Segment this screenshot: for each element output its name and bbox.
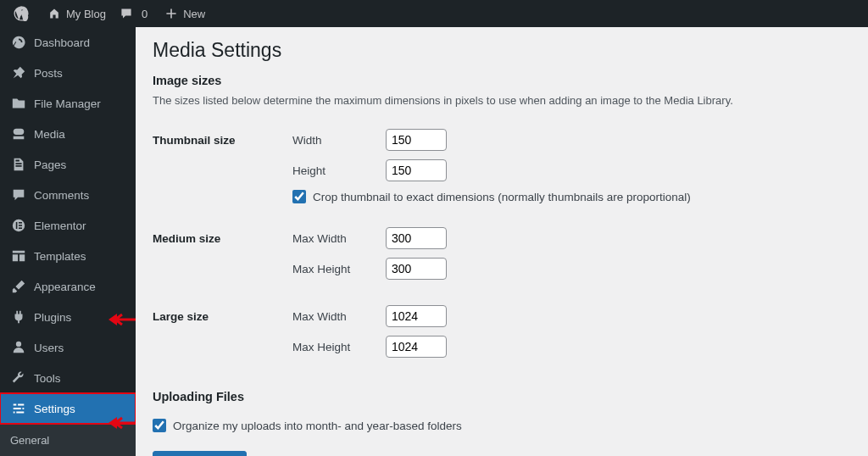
svg-rect-2	[19, 222, 22, 224]
svg-rect-1	[16, 222, 18, 229]
plug-icon	[10, 309, 27, 325]
page-icon	[10, 156, 27, 173]
site-name-menu[interactable]: My Blog	[41, 0, 113, 27]
thumbnail-width-input[interactable]	[386, 129, 447, 151]
sidebar-item-label: Comments	[34, 189, 89, 202]
sidebar-item-templates[interactable]: Templates	[0, 241, 136, 271]
comment-count: 0	[138, 8, 151, 20]
chat-icon	[10, 186, 27, 203]
organize-uploads-checkbox[interactable]	[153, 419, 166, 432]
row-large: Large size Max Width Max Height	[153, 297, 851, 375]
row-label: Thumbnail size	[153, 129, 292, 147]
row-label: Large size	[153, 305, 292, 323]
user-icon	[10, 339, 27, 356]
plus-icon	[164, 7, 178, 20]
row-medium: Medium size Max Width Max Height	[153, 219, 851, 297]
large-height-label: Max Height	[292, 341, 386, 353]
main-content: Media Settings Image sizes The sizes lis…	[136, 27, 868, 456]
elementor-icon	[10, 217, 27, 234]
sidebar-item-label: Media	[34, 128, 65, 141]
settings-submenu: General Writing Reading Discussion Media…	[0, 424, 136, 456]
section-image-sizes-desc: The sizes listed below determine the max…	[153, 94, 851, 107]
save-changes-button[interactable]: Save Changes	[153, 451, 247, 456]
thumbnail-height-input[interactable]	[386, 159, 447, 181]
row-thumbnail: Thumbnail size Width Height Crop thumbna…	[153, 120, 851, 219]
medium-width-label: Max Width	[292, 232, 386, 245]
section-uploading-heading: Uploading Files	[153, 390, 851, 403]
sidebar-item-posts[interactable]: Posts	[0, 58, 136, 88]
brush-icon	[10, 278, 27, 295]
admin-sidebar: Dashboard Posts File Manager Media Pages…	[0, 27, 136, 456]
svg-rect-3	[19, 225, 22, 226]
organize-uploads-label: Organize my uploads into month- and year…	[173, 420, 462, 432]
sidebar-item-tools[interactable]: Tools	[0, 363, 136, 393]
thumbnail-crop-label: Crop thumbnail to exact dimensions (norm…	[313, 191, 691, 203]
submenu-item-writing[interactable]: Writing	[0, 452, 136, 456]
sidebar-item-label: Appearance	[34, 281, 96, 293]
folder-icon	[10, 95, 27, 112]
new-label: New	[183, 8, 205, 20]
sidebar-item-pages[interactable]: Pages	[0, 149, 136, 180]
large-height-input[interactable]	[386, 336, 447, 358]
sidebar-item-label: Pages	[34, 158, 66, 171]
thumbnail-width-label: Width	[292, 134, 386, 147]
sidebar-item-label: Users	[34, 342, 64, 354]
row-label: Medium size	[153, 227, 292, 245]
sidebar-item-media[interactable]: Media	[0, 119, 136, 149]
sidebar-item-label: File Manager	[34, 97, 101, 110]
sidebar-item-label: Posts	[34, 67, 63, 80]
admin-bar: My Blog 0 New	[0, 0, 868, 27]
new-content-menu[interactable]: New	[158, 0, 212, 27]
media-icon	[10, 125, 27, 142]
comment-icon	[120, 7, 133, 20]
sidebar-item-label: Templates	[34, 250, 86, 263]
sliders-icon	[10, 400, 27, 417]
thumbnail-height-label: Height	[292, 164, 386, 177]
dashboard-icon	[10, 34, 27, 51]
sidebar-item-dashboard[interactable]: Dashboard	[0, 27, 136, 58]
sidebar-item-label: Dashboard	[34, 36, 90, 49]
site-title: My Blog	[66, 8, 106, 20]
sidebar-item-file-manager[interactable]: File Manager	[0, 88, 136, 119]
comments-menu[interactable]: 0	[113, 0, 158, 27]
templates-icon	[10, 247, 27, 264]
sidebar-item-appearance[interactable]: Appearance	[0, 271, 136, 302]
sidebar-item-settings[interactable]: Settings	[0, 393, 136, 424]
sidebar-item-label: Elementor	[34, 220, 86, 232]
sidebar-item-comments[interactable]: Comments	[0, 180, 136, 210]
sidebar-item-users[interactable]: Users	[0, 332, 136, 363]
page-title: Media Settings	[153, 39, 851, 62]
svg-rect-4	[19, 227, 22, 229]
pin-icon	[10, 64, 27, 81]
medium-width-input[interactable]	[386, 227, 447, 249]
sidebar-item-label: Plugins	[34, 311, 71, 324]
wrench-icon	[10, 370, 27, 386]
thumbnail-crop-checkbox[interactable]	[292, 190, 306, 203]
section-image-sizes-heading: Image sizes	[153, 74, 851, 87]
large-width-input[interactable]	[386, 305, 447, 327]
home-icon	[47, 7, 61, 20]
submenu-item-general[interactable]: General	[0, 429, 136, 452]
sidebar-item-label: Settings	[34, 403, 75, 415]
medium-height-label: Max Height	[292, 263, 386, 275]
sidebar-item-label: Tools	[34, 372, 61, 385]
wordpress-icon	[14, 6, 29, 21]
sidebar-item-plugins[interactable]: Plugins	[0, 302, 136, 332]
sidebar-item-elementor[interactable]: Elementor	[0, 210, 136, 241]
large-width-label: Max Width	[292, 310, 386, 323]
medium-height-input[interactable]	[386, 258, 447, 280]
wp-logo-menu[interactable]	[7, 0, 41, 27]
